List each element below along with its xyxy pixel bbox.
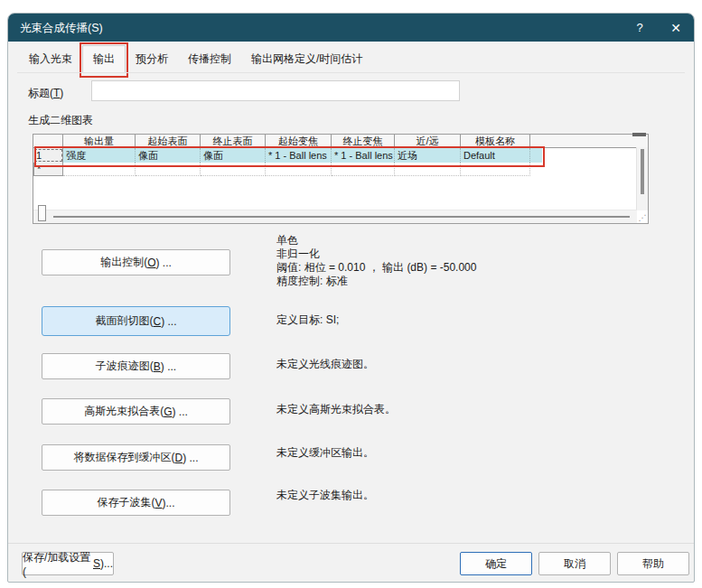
- header-near-far: 近/远: [395, 135, 461, 147]
- header-end-surface: 终止表面: [201, 135, 266, 147]
- footer-divider: [8, 543, 694, 544]
- header-end-zoom: 终止变焦: [332, 135, 395, 147]
- resize-grip-icon[interactable]: ⋰: [637, 212, 648, 223]
- vertical-scrollbar-thumb[interactable]: [641, 149, 644, 194]
- cell-empty[interactable]: [136, 163, 201, 176]
- output-detectors-table[interactable]: 输出量 起始表面 终止表面 起始变焦 终止变焦 近/远 模板名称 1 强度 像面…: [33, 134, 649, 224]
- header-start-zoom: 起始变焦: [266, 135, 332, 147]
- cancel-button[interactable]: 取消: [538, 552, 611, 575]
- title-bar: 光束合成传播(S) ? ✕: [8, 14, 694, 42]
- beam-synthesis-propagation-dialog: 光束合成传播(S) ? ✕ 输入光束 输出 预分析 传播控制 输出网格定义/时间…: [7, 13, 695, 583]
- tab-output[interactable]: 输出: [82, 45, 126, 73]
- column-resize-handle[interactable]: [632, 133, 646, 136]
- header-start-surface: 起始表面: [136, 135, 201, 147]
- header-output-quantity: 输出量: [63, 135, 136, 147]
- cell-start-zoom[interactable]: * 1 - Ball lens: [266, 148, 332, 163]
- horizontal-scrollbar-thumb[interactable]: [53, 216, 630, 218]
- table-row-new[interactable]: *: [33, 163, 648, 176]
- cell-template-name[interactable]: Default: [461, 148, 530, 163]
- cell-filler: [530, 148, 542, 163]
- output-control-status: 单色 非归一化 阈值: 相位 = 0.010 ， 输出 (dB) = -50.0…: [276, 234, 476, 288]
- table-header-row: 输出量 起始表面 终止表面 起始变焦 终止变焦 近/远 模板名称: [33, 135, 648, 148]
- cell-empty[interactable]: [201, 163, 266, 176]
- tab-propagation-control[interactable]: 传播控制: [178, 46, 241, 73]
- tab-output-grid-time-estimate[interactable]: 输出网格定义/时间估计: [241, 46, 372, 73]
- tab-divider: [17, 72, 685, 73]
- save-data-to-buffer-button[interactable]: 将数据保存到缓冲区(D) ...: [42, 444, 230, 471]
- vertical-scrollbar[interactable]: [636, 147, 648, 210]
- cell-empty[interactable]: [461, 163, 530, 176]
- cell-start-surface[interactable]: 像面: [136, 148, 201, 163]
- tab-strip: 输入光束 输出 预分析 传播控制 输出网格定义/时间估计: [19, 48, 372, 73]
- cell-output-quantity[interactable]: 强度: [63, 148, 136, 163]
- gaussian-beam-fit-table-status: 未定义高斯光束拟合表。: [276, 403, 396, 416]
- new-row-marker-cell[interactable]: *: [33, 163, 63, 176]
- tab-input-beam[interactable]: 输入光束: [19, 46, 82, 73]
- cell-empty[interactable]: [266, 163, 332, 176]
- tab-pre-analysis[interactable]: 预分析: [126, 46, 178, 73]
- cell-empty[interactable]: [63, 163, 136, 176]
- window-title: 光束合成传播(S): [20, 21, 103, 36]
- cell-end-zoom[interactable]: * 1 - Ball lens: [332, 148, 395, 163]
- help-button[interactable]: 帮助: [617, 552, 689, 575]
- header-rowselector: [33, 135, 63, 147]
- close-icon[interactable]: ✕: [660, 14, 692, 42]
- cross-section-plot-status: 定义目标: SI;: [276, 313, 339, 327]
- output-control-button[interactable]: 输出控制(O) ...: [42, 249, 230, 275]
- scrollbar-split-handle[interactable]: [38, 205, 46, 221]
- help-icon[interactable]: ?: [623, 14, 656, 42]
- cell-near-far[interactable]: 近场: [395, 148, 461, 163]
- cell-empty[interactable]: [332, 163, 395, 176]
- title-field-label: 标题(T): [28, 86, 63, 101]
- wavelet-trace-plot-button[interactable]: 子波痕迹图(B) ...: [42, 353, 230, 379]
- title-input[interactable]: [91, 80, 460, 101]
- wavelet-trace-plot-status: 未定义光线痕迹图。: [276, 358, 374, 371]
- table-row-selected[interactable]: 1 强度 像面 像面 * 1 - Ball lens * 1 - Ball le…: [33, 148, 648, 163]
- cross-section-plot-button[interactable]: 截面剖切图(C) ...: [42, 306, 230, 336]
- cell-end-surface[interactable]: 像面: [201, 148, 266, 163]
- header-template-name: 模板名称: [461, 135, 530, 147]
- gaussian-beam-fit-table-button[interactable]: 高斯光束拟合表(G) ...: [42, 398, 230, 425]
- save-load-settings-button[interactable]: 保存/加载设置(S)...: [22, 552, 114, 575]
- screen: 光束合成传播(S) ? ✕ 输入光束 输出 预分析 传播控制 输出网格定义/时间…: [0, 0, 702, 588]
- save-wavelet-set-button[interactable]: 保存子波集(V)...: [42, 490, 230, 516]
- generate-2d-charts-label: 生成二维图表: [28, 113, 93, 128]
- cell-empty[interactable]: [395, 163, 461, 176]
- ok-button[interactable]: 确定: [460, 552, 532, 575]
- row-number-cell[interactable]: 1: [33, 148, 63, 163]
- horizontal-scrollbar[interactable]: [33, 210, 637, 223]
- save-data-to-buffer-status: 未定义缓冲区输出。: [276, 446, 374, 460]
- save-wavelet-set-status: 未定义子波集输出。: [276, 489, 374, 502]
